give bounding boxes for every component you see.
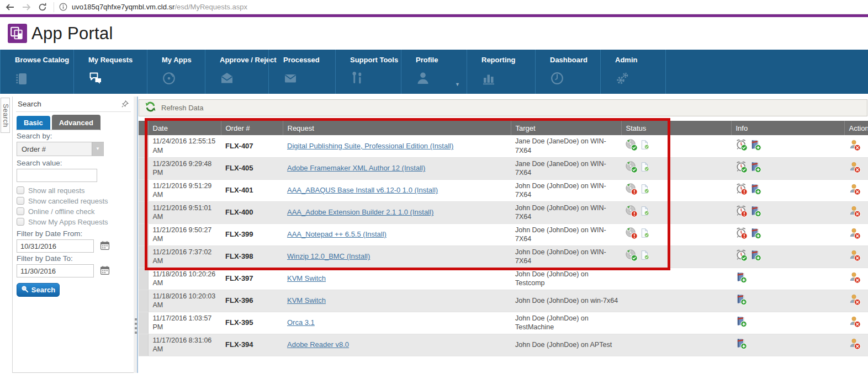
address-bar[interactable]: uvo185q7qhfxe7yqmbl.vm.cld.sr/esd/MyRequ… bbox=[72, 3, 247, 11]
row-blank-cell bbox=[670, 268, 731, 290]
request-link[interactable]: Adobe Framemaker XML Author 12 (Install) bbox=[287, 164, 425, 172]
log-add-icon[interactable] bbox=[750, 183, 761, 198]
refresh-data-button[interactable]: Refresh Data bbox=[139, 99, 867, 116]
back-icon[interactable] bbox=[5, 3, 15, 12]
checkbox-icon[interactable] bbox=[17, 207, 24, 215]
alarm-success-icon[interactable] bbox=[735, 139, 748, 154]
row-info-icons bbox=[731, 245, 844, 268]
requests-table: Date Order # Request Target Status Info … bbox=[139, 121, 868, 356]
row-info-icons bbox=[731, 334, 844, 356]
request-link[interactable]: KVM Switch bbox=[287, 296, 326, 304]
log-add-icon[interactable] bbox=[750, 227, 761, 242]
log-add-icon[interactable] bbox=[735, 316, 747, 330]
pin-icon[interactable] bbox=[121, 100, 129, 110]
request-link[interactable]: Digital Publishing Suite, Professional E… bbox=[287, 142, 453, 150]
row-blank-cell bbox=[670, 179, 731, 201]
user-cancel-icon[interactable] bbox=[849, 161, 861, 176]
checkbox-icon[interactable] bbox=[17, 218, 24, 226]
user-cancel-icon[interactable] bbox=[849, 271, 861, 286]
request-link[interactable]: AAA_Adobe Extension Builder 2.1 1.0 (Ins… bbox=[287, 208, 433, 216]
search-rail-tab[interactable]: Search bbox=[1, 98, 10, 133]
col-date[interactable]: Date bbox=[148, 121, 221, 135]
row-action-icons bbox=[844, 201, 868, 223]
col-action[interactable]: Action bbox=[844, 121, 868, 135]
checkbox-icon[interactable] bbox=[17, 197, 24, 205]
row-order-number: FLX-405 bbox=[221, 157, 283, 179]
request-link[interactable]: AAA_ABAQUS Base Install v6.12-0 1.0 (Ins… bbox=[287, 186, 438, 194]
alarm-error-icon[interactable] bbox=[735, 227, 748, 242]
request-row: 11/18/2016 10:20:03 AM FLX-396 KVM Switc… bbox=[139, 290, 868, 312]
request-link[interactable]: Winzip 12.0_BMC (Install) bbox=[287, 252, 370, 260]
row-target: John Doe (JohnDoe) on win-7x64 bbox=[511, 290, 621, 312]
request-link[interactable]: KVM Switch bbox=[287, 274, 326, 282]
user-cancel-icon[interactable] bbox=[849, 316, 861, 330]
nav-processed[interactable]: Processed bbox=[268, 50, 335, 94]
user-cancel-icon[interactable] bbox=[849, 338, 861, 352]
nav-approve-reject[interactable]: Approve / Reject bbox=[205, 50, 268, 94]
user-cancel-icon[interactable] bbox=[849, 205, 861, 220]
search-button[interactable]: Search bbox=[17, 283, 60, 297]
calendar-icon[interactable] bbox=[100, 265, 110, 277]
nav-dashboard[interactable]: Dashboard bbox=[535, 50, 600, 94]
search-value-input[interactable] bbox=[17, 169, 97, 182]
user-cancel-icon[interactable] bbox=[849, 183, 861, 198]
nav-my-requests[interactable]: My Requests bbox=[73, 50, 147, 94]
row-gutter-cell bbox=[139, 223, 148, 245]
col-order[interactable]: Order # bbox=[221, 121, 283, 135]
search-by-select[interactable]: Order # ▼ bbox=[17, 142, 104, 156]
date-to-input[interactable] bbox=[17, 264, 94, 277]
disc-success-icon bbox=[626, 139, 638, 154]
row-gutter-cell bbox=[139, 334, 148, 356]
calendar-icon[interactable] bbox=[100, 241, 110, 253]
log-add-icon[interactable] bbox=[750, 249, 761, 264]
request-row: 11/23/2016 9:29:48 PM FLX-405 Adobe Fram… bbox=[139, 157, 868, 179]
alarm-success-icon[interactable] bbox=[735, 161, 748, 176]
log-add-icon[interactable] bbox=[750, 205, 761, 220]
request-link[interactable]: AAA_Notepad ++ 6.5.5 (Install) bbox=[287, 230, 387, 238]
checkbox-icon[interactable] bbox=[17, 186, 24, 194]
url-path: /esd/MyRequests.aspx bbox=[174, 3, 247, 11]
col-info[interactable]: Info bbox=[731, 121, 844, 135]
nav-my-apps[interactable]: My Apps bbox=[147, 50, 205, 94]
alarm-error-icon[interactable] bbox=[735, 183, 748, 198]
user-cancel-icon[interactable] bbox=[849, 227, 861, 242]
row-order-number: FLX-398 bbox=[221, 245, 283, 268]
log-add-icon[interactable] bbox=[750, 161, 761, 176]
alarm-error-icon[interactable] bbox=[735, 205, 748, 220]
tab-advanced[interactable]: Advanced bbox=[52, 115, 100, 130]
tab-basic[interactable]: Basic bbox=[17, 116, 50, 130]
chevron-down-icon[interactable]: ▼ bbox=[455, 82, 460, 87]
disc-error-icon bbox=[626, 205, 638, 220]
log-add-icon[interactable] bbox=[735, 338, 747, 352]
col-target[interactable]: Target bbox=[511, 121, 621, 135]
request-link[interactable]: Adobe Reader v8.0 bbox=[287, 340, 349, 349]
col-request[interactable]: Request bbox=[283, 121, 511, 135]
nav-admin[interactable]: Admin bbox=[600, 50, 666, 94]
col-status[interactable]: Status bbox=[621, 121, 670, 135]
user-cancel-icon[interactable] bbox=[849, 139, 861, 154]
nav-reporting[interactable]: Reporting bbox=[467, 50, 535, 94]
forward-icon[interactable] bbox=[22, 3, 31, 12]
request-row: 11/17/2016 1:03:57 PM FLX-395 Orca 3.1 J… bbox=[139, 312, 868, 334]
row-target: John Doe (JohnDoe) on WIN-7X64 bbox=[511, 201, 621, 223]
log-add-icon[interactable] bbox=[735, 271, 747, 286]
date-from-input[interactable] bbox=[17, 239, 94, 253]
reload-icon[interactable] bbox=[38, 3, 47, 12]
nav-support-tools[interactable]: Support Tools bbox=[335, 50, 401, 94]
request-link[interactable]: Orca 3.1 bbox=[287, 318, 315, 327]
row-info-icons bbox=[731, 201, 844, 223]
nav-profile[interactable]: Profile ▼ bbox=[401, 50, 467, 94]
alarm-success-icon[interactable] bbox=[735, 249, 748, 264]
user-cancel-icon[interactable] bbox=[849, 293, 861, 308]
nav-browse-catalog[interactable]: Browse Catalog bbox=[0, 50, 73, 94]
row-status-icons bbox=[621, 157, 670, 179]
row-status-icons bbox=[621, 223, 670, 245]
user-cancel-icon[interactable] bbox=[849, 249, 861, 264]
log-add-icon[interactable] bbox=[735, 293, 747, 308]
panel-splitter[interactable] bbox=[134, 97, 138, 373]
log-add-icon[interactable] bbox=[750, 139, 761, 154]
row-action-icons bbox=[844, 268, 868, 290]
page-info-icon[interactable] bbox=[59, 3, 67, 11]
row-gutter-cell bbox=[139, 268, 148, 290]
chevron-down-icon[interactable]: ▼ bbox=[92, 142, 103, 156]
